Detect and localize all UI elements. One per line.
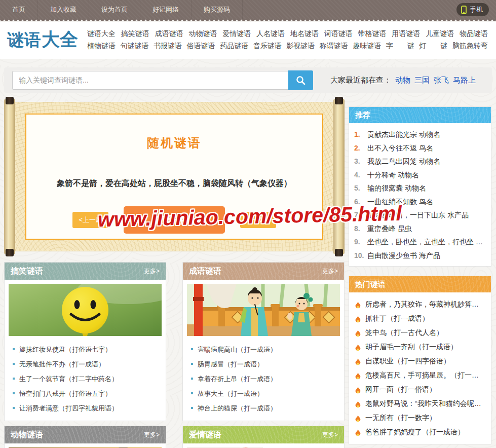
idiom-thumbnail-cartoon[interactable]	[187, 284, 340, 336]
search-button[interactable]	[288, 70, 313, 90]
hot-search-link[interactable]: 马路上	[453, 76, 476, 84]
recommend-item[interactable]: 9. 坐也坐，卧也坐，立也坐，行也坐 …	[354, 235, 486, 249]
topbar-link[interactable]: 加入收藏	[38, 0, 89, 19]
hot-search-link[interactable]: 动物	[395, 76, 410, 84]
funny-riddle-item[interactable]: 让消费者满意（打四字礼貌用语）	[13, 401, 158, 416]
nav-link[interactable]: 词语谜语	[324, 29, 353, 39]
recommend-item[interactable]: 2. 出不入兮往不返 鸟名	[354, 141, 486, 155]
idiom-riddle-item[interactable]: 故事大王（打一成语）	[191, 386, 336, 401]
idiom-more-link[interactable]: 更多>	[322, 267, 338, 276]
nav-link[interactable]: 搞笑谜语	[121, 29, 149, 39]
topbar-link[interactable]: 首页	[0, 0, 38, 19]
topbar-link[interactable]: 购买源码	[192, 0, 243, 19]
funny-riddle-item[interactable]: 悟空扣门八戒开（打俗语五字）	[13, 386, 158, 401]
nav-link[interactable]: 成语谜语	[155, 29, 183, 39]
recommend-item-text: 我放二鸟出囚笼 动物名	[367, 155, 440, 168]
hot-riddle-item[interactable]: 所虑者，乃其狡诈，每藏神机妙算…	[354, 297, 486, 311]
riddle-text: 象箭不是箭，爱在高处站，屁股坐不稳，脑袋随风转（气象仪器）	[26, 178, 322, 189]
topbar: 首页加入收藏设为首页好记网络购买源码 手机	[0, 0, 496, 19]
idiom-riddle-item[interactable]: 神台上的猫屎（打一成语）	[191, 401, 336, 416]
hot-riddle-item[interactable]: 笼中鸟（打一古代人名）	[354, 325, 486, 340]
nav-link[interactable]: 句谜谜语	[121, 42, 149, 51]
sections-row-1: 搞笑谜语 更多>	[4, 262, 345, 421]
nav-link[interactable]: 灯 谜	[419, 42, 447, 51]
idiom-riddle-list: 害喘病爬高山（打一成语）肠胃感冒（打一成语）拿着存折上吊（打一成语）故事大王（打…	[183, 340, 344, 421]
recommend-item-number: 1.	[354, 128, 367, 141]
nav-link[interactable]: 带格谜语	[358, 29, 387, 39]
site-header: 谜语大全 谜语大全搞笑谜语成语谜语动物谜语爱情谜语人名谜语地名谜语词语谜语带格谜…	[0, 22, 496, 59]
hot-riddle-item[interactable]: 老鼠对野马说：“我昨天和猫约会呢…	[354, 396, 486, 410]
hot-riddles-header: 热门谜语	[349, 276, 491, 292]
hot-riddles-list: 所虑者，乃其狡诈，每藏神机妙算… 抓壮丁（打一成语） 笼中鸟（打	[349, 292, 491, 444]
scroll-roller-left	[4, 99, 15, 254]
funny-riddle-item[interactable]: 旋抹红妆见使君（打俗语七字）	[13, 342, 158, 357]
love-more-link[interactable]: 更多>	[322, 431, 338, 439]
sections-row-2: 动物谜语 更多> 爱情谜语 更多>	[4, 426, 345, 448]
love-card-title: 爱情谜语	[189, 430, 221, 440]
nav-link[interactable]: 植物谜语	[87, 42, 116, 51]
animal-more-link[interactable]: 更多>	[144, 431, 160, 439]
nav-link[interactable]: 脑筋急转弯	[452, 42, 488, 51]
hot-riddle-item[interactable]: 胡子眉毛一齐刮（打一成语）	[354, 340, 486, 354]
recommend-item[interactable]: 5. 输的很窝囊 动物名	[354, 181, 486, 195]
nav-link[interactable]: 用语谜语	[392, 29, 420, 39]
hot-riddles-card: 热门谜语 所虑者，乃其狡诈，每藏神机妙算…	[349, 276, 491, 444]
hot-search-link[interactable]: 三国	[414, 76, 430, 84]
funny-thumbnail-smiley-golfball[interactable]	[9, 284, 162, 336]
flame-icon	[354, 343, 362, 351]
hot-riddle-text: 老鼠对野马说：“我昨天和猫约会呢…	[365, 396, 481, 410]
hot-riddle-item[interactable]: 网开一面（打一俗语）	[354, 382, 486, 396]
nav-link[interactable]: 俗语谜语	[187, 42, 215, 51]
hot-riddle-item[interactable]: 自谋职业（打一四字俗语）	[354, 354, 486, 368]
funny-riddle-item[interactable]: 生了一个就节育（打二字中药名）	[13, 371, 158, 386]
recommend-item[interactable]: 10. 自由散漫少鱼书 海产品	[354, 249, 486, 263]
hot-riddle-item[interactable]: 爸爸胖了妈妈瘦了（打一成语）	[354, 425, 486, 439]
nav-link[interactable]: 称谓谜语	[320, 42, 348, 51]
nav-link[interactable]: 物品谜语	[460, 29, 488, 39]
nav-link[interactable]: 动物谜语	[188, 29, 217, 39]
animal-riddle-card: 动物谜语 更多>	[4, 426, 166, 448]
recommend-item-text: 十分稀奇 动物名	[367, 168, 419, 182]
mobile-button[interactable]: 手机	[456, 3, 489, 16]
nav-link[interactable]: 音乐谜语	[253, 42, 282, 51]
hot-riddle-item[interactable]: 一无所有（打一数字）	[354, 410, 486, 425]
main-content: 随机谜语 象箭不是箭，爱在高处站，屁股坐不稳，脑袋随风转（气象仪器） <上一题 …	[0, 99, 496, 448]
idiom-riddle-item[interactable]: 肠胃感冒（打一成语）	[191, 357, 336, 371]
site-logo[interactable]: 谜语大全	[7, 27, 78, 52]
nav-link[interactable]: 人名谜语	[256, 29, 285, 39]
nav-link[interactable]: 趣味谜语	[353, 42, 381, 51]
topbar-link[interactable]: 好记网络	[140, 0, 192, 19]
hot-riddle-text: 笼中鸟（打一古代人名）	[365, 325, 443, 340]
nav-link[interactable]: 儿童谜语	[426, 29, 454, 39]
hot-search-link[interactable]: 张飞	[434, 76, 449, 84]
random-riddle-banner: 随机谜语 象箭不是箭，爱在高处站，屁股坐不稳，脑袋随风转（气象仪器） <上一题 …	[4, 99, 345, 254]
idiom-riddle-item[interactable]: 拿着存折上吊（打一成语）	[191, 371, 336, 386]
nav-link[interactable]: 字 谜	[386, 42, 414, 51]
hot-search-links: 动物三国张飞马路上	[391, 76, 476, 85]
nav-link[interactable]: 地名谜语	[290, 29, 319, 39]
hot-riddle-item[interactable]: 危楼高百尺，手可摘星辰。（打一…	[354, 368, 486, 382]
nav-link[interactable]: 爱情谜语	[222, 29, 251, 39]
funny-riddle-item[interactable]: 无亲笔批件不办（打一成语）	[13, 357, 158, 371]
nav-link[interactable]: 谜语大全	[87, 29, 116, 39]
search-input[interactable]	[12, 71, 288, 90]
left-column: 随机谜语 象箭不是箭，爱在高处站，屁股坐不稳，脑袋随风转（气象仪器） <上一题 …	[4, 99, 345, 448]
recommend-item[interactable]: 3. 我放二鸟出囚笼 动物名	[354, 155, 486, 168]
hot-riddle-text: 爸爸胖了妈妈瘦了（打一成语）	[365, 425, 465, 439]
funny-more-link[interactable]: 更多>	[144, 267, 160, 276]
idiom-riddle-item[interactable]: 害喘病爬高山（打一成语）	[191, 342, 336, 357]
recommend-item-number: 3.	[354, 155, 367, 168]
hot-riddle-item[interactable]: 抓壮丁（打一成语）	[354, 311, 486, 325]
recommend-item[interactable]: 4. 十分稀奇 动物名	[354, 168, 486, 182]
nav-link[interactable]: 书报谜语	[154, 42, 182, 51]
nav-link[interactable]: 影视谜语	[286, 42, 315, 51]
topbar-link[interactable]: 设为首页	[89, 0, 140, 19]
love-card-header: 爱情谜语 更多>	[183, 426, 344, 443]
recommend-card: 推荐 1. 贡献杰出能光宗 动物名 2. 出不入兮往不返 鸟名 3.	[349, 106, 491, 267]
flame-icon	[354, 414, 362, 422]
hot-riddle-text: 自谋职业（打一四字俗语）	[365, 354, 450, 368]
recommend-item[interactable]: 1. 贡献杰出能光宗 动物名	[354, 128, 486, 141]
nav-link[interactable]: 药品谜语	[220, 42, 248, 51]
recommend-item-text: 输的很窝囊 动物名	[367, 181, 426, 195]
recommend-item-text: 自由散漫少鱼书 海产品	[367, 249, 440, 263]
